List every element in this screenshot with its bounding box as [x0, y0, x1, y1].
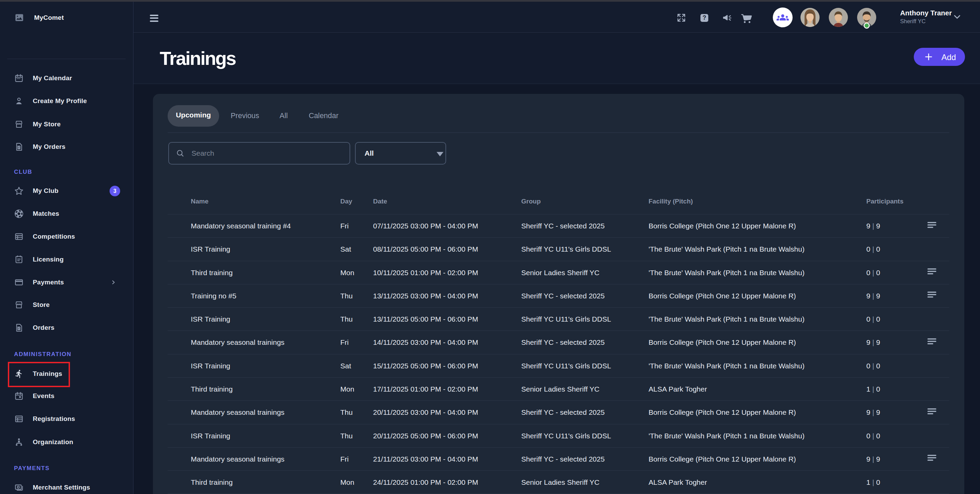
- svg-text:?: ?: [703, 14, 706, 21]
